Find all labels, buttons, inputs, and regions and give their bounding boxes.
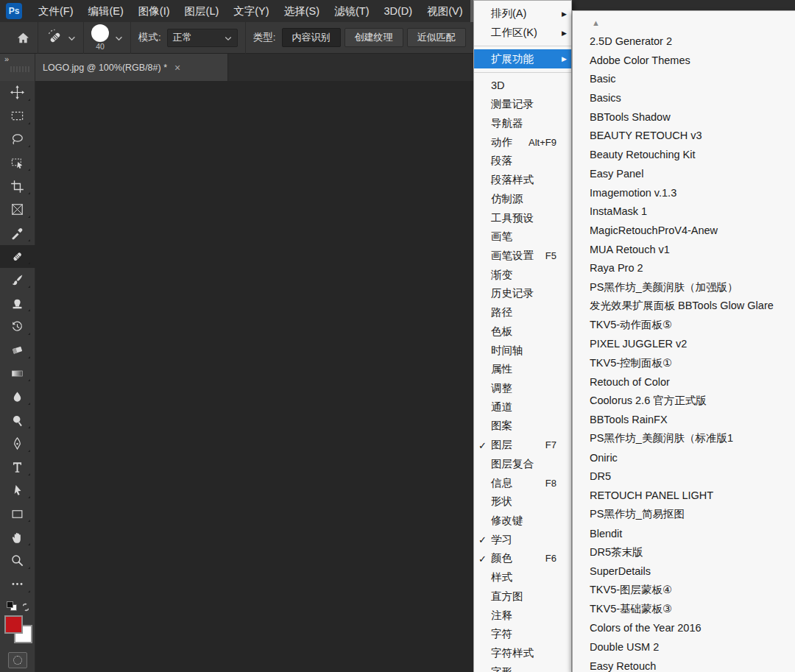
- window-menu-item-段落样式[interactable]: 段落样式: [474, 171, 571, 190]
- tool-preset-picker[interactable]: [46, 27, 76, 48]
- window-menu-item-学习[interactable]: ✓学习: [474, 530, 571, 549]
- menu-选择(S)[interactable]: 选择(S): [277, 0, 327, 22]
- menu-图层(L)[interactable]: 图层(L): [177, 0, 227, 22]
- lasso-tool[interactable]: [0, 128, 35, 152]
- extension-item-PS黑作坊_美颜润肤（加强版）[interactable]: PS黑作坊_美颜润肤（加强版）: [573, 277, 795, 297]
- window-menu-item-色板[interactable]: 色板: [474, 322, 571, 342]
- window-menu-item-扩展功能[interactable]: 扩展功能▶: [474, 49, 571, 68]
- window-menu-item-字符[interactable]: 字符: [474, 625, 571, 644]
- foreground-color-swatch[interactable]: [4, 615, 23, 634]
- window-menu-item-3D[interactable]: 3D: [474, 76, 571, 95]
- window-menu-item-动作[interactable]: 动作Alt+F9: [474, 132, 571, 152]
- quick-mask-button[interactable]: [8, 652, 27, 668]
- move-tool[interactable]: [0, 81, 35, 105]
- window-menu-item-测量记录[interactable]: 测量记录: [474, 95, 571, 114]
- extension-item-Basic[interactable]: Basic: [573, 69, 795, 88]
- document-tab[interactable]: LOGO.jpg @ 100%(RGB/8#) * ×: [35, 54, 228, 81]
- extension-item-RETOUCH PANEL LIGHT[interactable]: RETOUCH PANEL LIGHT: [573, 486, 795, 505]
- extension-item-Easy Retouch[interactable]: Easy Retouch: [573, 657, 795, 672]
- window-menu-item-画笔[interactable]: 画笔: [474, 227, 571, 247]
- hand-tool[interactable]: [0, 526, 35, 549]
- frame-tool[interactable]: [0, 198, 35, 222]
- close-icon[interactable]: ×: [174, 62, 180, 74]
- extension-item-Adobe Color Themes[interactable]: Adobe Color Themes: [573, 51, 795, 70]
- window-menu-item-段落[interactable]: 段落: [474, 152, 571, 171]
- window-menu-item-调整[interactable]: 调整: [474, 379, 571, 398]
- window-menu-item-时间轴[interactable]: 时间轴: [474, 341, 571, 360]
- window-menu-item-通道[interactable]: 通道: [474, 397, 571, 417]
- window-menu-item-工具预设[interactable]: 工具预设: [474, 208, 571, 227]
- window-menu-item-工作区(K)[interactable]: 工作区(K)▶: [474, 24, 571, 43]
- menu-编辑(E)[interactable]: 编辑(E): [81, 0, 131, 22]
- window-menu-item-直方图[interactable]: 直方图: [474, 587, 571, 606]
- extension-item-SuperDetails[interactable]: SuperDetails: [573, 562, 795, 581]
- extension-item-发光效果扩展面板 BBTools Glow Glare[interactable]: 发光效果扩展面板 BBTools Glow Glare: [573, 297, 795, 316]
- extension-item-PS黑作坊_美颜润肤（标准版1[interactable]: PS黑作坊_美颜润肤（标准版1: [573, 429, 795, 448]
- spot-healing-brush-tool[interactable]: [0, 245, 35, 269]
- home-icon[interactable]: [16, 31, 30, 45]
- extension-item-Oniric[interactable]: Oniric: [573, 448, 795, 467]
- window-menu-item-样式[interactable]: 样式: [474, 568, 571, 587]
- extension-item-Raya Pro 2[interactable]: Raya Pro 2: [573, 259, 795, 278]
- window-menu-item-图层[interactable]: ✓图层F7: [474, 436, 571, 455]
- default-colors-icon[interactable]: [7, 601, 13, 608]
- extension-item-BEAUTY RETOUCH v3[interactable]: BEAUTY RETOUCH v3: [573, 127, 795, 146]
- extension-item-PIXEL JUGGLER v2[interactable]: PIXEL JUGGLER v2: [573, 335, 795, 354]
- eyedropper-tool[interactable]: [0, 222, 35, 245]
- extension-item-Beauty Retouching Kit[interactable]: Beauty Retouching Kit: [573, 145, 795, 164]
- extension-item-2.5D Generator 2[interactable]: 2.5D Generator 2: [573, 32, 795, 51]
- extension-item-DR5[interactable]: DR5: [573, 467, 795, 487]
- type-tool[interactable]: [0, 456, 35, 479]
- type-button-近似匹配[interactable]: 近似匹配: [407, 28, 466, 47]
- window-menu-item-字形[interactable]: 字形: [474, 662, 571, 672]
- window-menu-item-信息[interactable]: 信息F8: [474, 473, 571, 492]
- window-menu-item-渐变[interactable]: 渐变: [474, 265, 571, 284]
- window-menu-item-属性[interactable]: 属性: [474, 360, 571, 379]
- window-menu-item-颜色[interactable]: ✓颜色F6: [474, 549, 571, 568]
- menu-3D(D)[interactable]: 3D(D): [376, 0, 420, 22]
- mode-select[interactable]: 正常: [167, 29, 238, 47]
- extension-item-Imagemotion v.1.3[interactable]: Imagemotion v.1.3: [573, 183, 795, 202]
- extension-item-DR5茶末版[interactable]: DR5茶末版: [573, 542, 795, 562]
- window-menu-item-仿制源[interactable]: 仿制源: [474, 189, 571, 208]
- window-menu-item-修改键[interactable]: 修改键: [474, 512, 571, 531]
- window-menu-item-字符样式[interactable]: 字符样式: [474, 644, 571, 663]
- window-menu-item-注释[interactable]: 注释: [474, 606, 571, 625]
- menu-滤镜(T)[interactable]: 滤镜(T): [327, 0, 377, 22]
- extension-item-Colors of the Year 2016[interactable]: Colors of the Year 2016: [573, 618, 795, 637]
- window-menu-item-排列(A)[interactable]: 排列(A)▶: [474, 4, 571, 24]
- pen-tool[interactable]: [0, 432, 35, 456]
- window-menu-item-历史记录[interactable]: 历史记录: [474, 284, 571, 303]
- rectangle-tool[interactable]: [0, 502, 35, 526]
- extension-item-Blendit[interactable]: Blendit: [573, 524, 795, 543]
- swap-colors-icon[interactable]: [21, 601, 30, 615]
- dodge-tool[interactable]: [0, 408, 35, 432]
- extension-item-TKV5-基础蒙板③[interactable]: TKV5-基础蒙板③: [573, 600, 795, 619]
- blur-tool[interactable]: [0, 385, 35, 408]
- history-brush-tool[interactable]: [0, 315, 35, 339]
- extension-item-PS黑作坊_简易抠图[interactable]: PS黑作坊_简易抠图: [573, 505, 795, 524]
- window-menu-item-形状[interactable]: 形状: [474, 492, 571, 512]
- window-menu-item-画笔设置[interactable]: 画笔设置F5: [474, 247, 571, 266]
- zoom-tool[interactable]: [0, 549, 35, 573]
- type-button-内容识别[interactable]: 内容识别: [282, 28, 341, 47]
- toolbar-collapse[interactable]: »: [0, 54, 35, 81]
- extension-item-InstaMask 1[interactable]: InstaMask 1: [573, 202, 795, 221]
- window-menu-item-路径[interactable]: 路径: [474, 303, 571, 322]
- window-menu-item-图层复合[interactable]: 图层复合: [474, 455, 571, 474]
- extension-item-BBTools Shadow[interactable]: BBTools Shadow: [573, 107, 795, 127]
- window-menu-item-导航器[interactable]: 导航器: [474, 114, 571, 133]
- extension-item-MUA Retouch v1[interactable]: MUA Retouch v1: [573, 240, 795, 259]
- extension-item-Basics[interactable]: Basics: [573, 88, 795, 107]
- edit-toolbar-ellipsis-tool[interactable]: [0, 573, 35, 596]
- extension-item-Retouch of Color[interactable]: Retouch of Color: [573, 372, 795, 392]
- extension-item-Double USM 2[interactable]: Double USM 2: [573, 637, 795, 657]
- chevron-down-icon[interactable]: [115, 31, 123, 44]
- path-selection-tool[interactable]: [0, 479, 35, 503]
- type-button-创建纹理[interactable]: 创建纹理: [344, 28, 403, 47]
- gradient-tool[interactable]: [0, 362, 35, 386]
- scroll-up-icon[interactable]: ▲: [573, 14, 795, 32]
- menu-视图(V)[interactable]: 视图(V): [420, 0, 470, 22]
- brush-size-picker[interactable]: 40: [91, 24, 109, 51]
- clone-stamp-tool[interactable]: [0, 291, 35, 315]
